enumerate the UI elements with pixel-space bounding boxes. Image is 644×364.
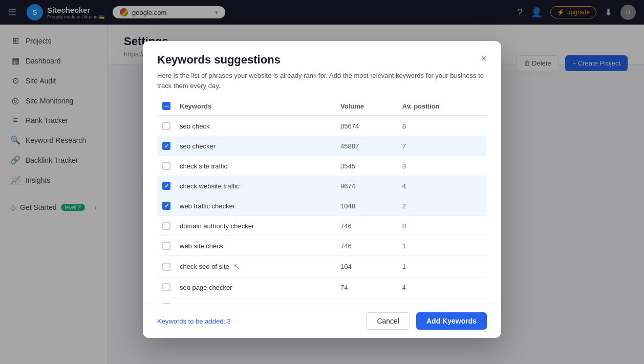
cursor-indicator: ↖ — [233, 262, 240, 271]
modal-title: Keywords suggestions — [157, 53, 487, 67]
header-keywords: Keywords — [176, 97, 336, 116]
table-header-row: Keywords Volume Av. position — [157, 97, 487, 116]
modal-actions: Cancel Add Kyewords — [366, 312, 487, 330]
row-av-position: 8 — [398, 116, 487, 136]
row-checkbox-cell[interactable] — [157, 256, 176, 277]
row-checkbox[interactable] — [162, 122, 170, 130]
row-volume: 104 — [336, 256, 398, 277]
row-checkbox[interactable] — [162, 283, 170, 291]
row-checkbox[interactable] — [162, 182, 170, 190]
keyword-text: web traffic checker — [180, 202, 235, 210]
row-keyword: check website traffic — [176, 176, 336, 196]
header-checkbox[interactable] — [162, 102, 170, 110]
row-checkbox-cell[interactable] — [157, 116, 176, 136]
row-checkbox[interactable] — [162, 142, 170, 150]
keywords-table-wrapper: Keywords Volume Av. position seo check — [143, 97, 501, 304]
row-volume: 746 — [336, 236, 398, 256]
table-row[interactable]: seo page checker 74 4 — [157, 277, 487, 297]
row-keyword: web site check — [176, 236, 336, 256]
table-row[interactable]: web traffic checker 1048 2 — [157, 196, 487, 216]
row-checkbox-cell[interactable] — [157, 156, 176, 176]
row-checkbox[interactable] — [162, 202, 170, 210]
table-row[interactable]: web site check 746 1 — [157, 236, 487, 256]
row-av-position: 8 — [398, 216, 487, 236]
row-volume: 746 — [336, 216, 398, 236]
keyword-text: web site check — [180, 242, 223, 250]
modal-footer: Keywords to be added: 3 Cancel Add Kyewo… — [143, 304, 501, 338]
add-keywords-button[interactable]: Add Kyewords — [416, 312, 487, 330]
keywords-to-add-text: Keywords to be added: 3 — [157, 317, 231, 325]
modal-header: Keywords suggestions Here is the list of… — [143, 41, 501, 97]
keyword-text: domain authority checker — [180, 222, 254, 230]
row-checkbox-cell[interactable] — [157, 236, 176, 256]
keywords-table-body: seo check 85674 8 seo checker 45887 7 — [157, 116, 487, 304]
row-keyword: seo checker — [176, 136, 336, 156]
row-checkbox[interactable] — [162, 242, 170, 250]
row-volume: 85674 — [336, 116, 398, 136]
row-checkbox-cell[interactable] — [157, 277, 176, 297]
table-row[interactable]: web page seo checker 73 7 — [157, 297, 487, 304]
row-av-position: 4 — [398, 277, 487, 297]
keyword-text: seo check — [180, 122, 210, 130]
keywords-to-add-label: Keywords to be added: — [157, 317, 227, 325]
keyword-text: check website traffic — [180, 182, 240, 190]
table-row[interactable]: check site traffic 3545 3 — [157, 156, 487, 176]
row-volume: 73 — [336, 297, 398, 304]
header-av-position: Av. position — [398, 97, 487, 116]
header-checkbox-cell[interactable] — [157, 97, 176, 116]
header-volume: Volume — [336, 97, 398, 116]
row-av-position: 2 — [398, 196, 487, 216]
keyword-text: check site traffic — [180, 162, 227, 170]
row-checkbox-cell[interactable] — [157, 136, 176, 156]
row-volume: 1048 — [336, 196, 398, 216]
row-av-position: 7 — [398, 136, 487, 156]
row-av-position: 1 — [398, 256, 487, 277]
row-checkbox-cell[interactable] — [157, 196, 176, 216]
row-keyword: check site traffic — [176, 156, 336, 176]
keywords-to-add-count: 3 — [227, 317, 231, 325]
row-checkbox[interactable] — [162, 222, 170, 230]
row-keyword: seo page checker — [176, 277, 336, 297]
row-keyword: domain authority checker — [176, 216, 336, 236]
row-av-position: 3 — [398, 156, 487, 176]
table-row[interactable]: check seo of site ↖ 104 1 — [157, 256, 487, 277]
keyword-text: check seo of site — [180, 263, 229, 270]
row-checkbox-cell[interactable] — [157, 297, 176, 304]
keywords-table: Keywords Volume Av. position seo check — [157, 97, 487, 304]
row-checkbox[interactable] — [162, 162, 170, 170]
modal-description: Here is the list of phrases your website… — [157, 71, 487, 91]
row-volume: 9674 — [336, 176, 398, 196]
keyword-text: seo page checker — [180, 284, 232, 291]
table-row[interactable]: seo check 85674 8 — [157, 116, 487, 136]
keywords-suggestions-modal: Keywords suggestions Here is the list of… — [143, 41, 501, 338]
modal-overlay: Keywords suggestions Here is the list of… — [0, 0, 644, 364]
modal-close-button[interactable]: × — [477, 51, 491, 66]
row-checkbox[interactable] — [162, 263, 170, 271]
table-row[interactable]: domain authority checker 746 8 — [157, 216, 487, 236]
cancel-button[interactable]: Cancel — [366, 312, 410, 330]
row-keyword: web page seo checker — [176, 297, 336, 304]
row-keyword: web traffic checker — [176, 196, 336, 216]
row-keyword: seo check — [176, 116, 336, 136]
table-row[interactable]: check website traffic 9674 4 — [157, 176, 487, 196]
row-checkbox-cell[interactable] — [157, 216, 176, 236]
row-volume: 45887 — [336, 136, 398, 156]
row-volume: 74 — [336, 277, 398, 297]
row-av-position: 4 — [398, 176, 487, 196]
keyword-text: seo checker — [180, 142, 216, 150]
row-volume: 3545 — [336, 156, 398, 176]
row-checkbox-cell[interactable] — [157, 176, 176, 196]
row-av-position: 7 — [398, 297, 487, 304]
table-row[interactable]: seo checker 45887 7 — [157, 136, 487, 156]
row-keyword: check seo of site ↖ — [176, 256, 336, 277]
row-av-position: 1 — [398, 236, 487, 256]
